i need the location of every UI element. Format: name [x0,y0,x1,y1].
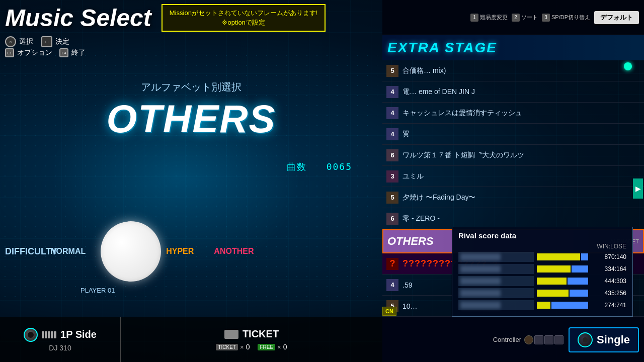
list-item[interactable]: 4 電… eme of DEN JIN J [382,81,644,103]
song-title: 夕焼け 〜Fading Day〜 [403,193,640,202]
btn1-label: 難易度変更 [480,14,508,21]
score-text-3: 444:303 [591,278,626,285]
list-item[interactable]: 5 夕焼け 〜Fading Day〜 [382,187,644,208]
ctrl-icon-2 [534,335,543,344]
song-title: ユミル [403,172,640,181]
difficulty-change-btn[interactable]: 1 難易度変更 [470,14,508,22]
option-control: E1 オプション E4 終了 [5,48,86,57]
song-title: キャッシュレスは愛情消すティッシュ [403,109,640,118]
list-item[interactable]: 5 合価格… mix) [382,60,644,81]
bar-yellow-2 [537,265,571,273]
song-num: 3 [386,170,398,183]
ticket-icon [224,330,238,339]
category-main: OTHERS [0,96,382,142]
rival-row-5: 274:741 [458,300,626,310]
score-text-2: 334:164 [591,265,626,273]
select-icon: ○ [5,36,16,47]
ticket-label: TICKET [243,328,279,340]
bar-blue-1 [581,253,588,260]
side-label: 1P Side [60,329,97,340]
rival-row-1: 870:140 [458,252,626,262]
end-key: E4 [59,48,68,57]
scroll-arrow[interactable]: ▶ [633,178,643,199]
extra-stage-text: EXTRA STAGE [387,40,497,56]
rival-score-popup: Rival score data WIN:LOSE 870:140 334:16… [452,227,633,317]
cn-badge: CN [382,307,396,316]
difficulty-circle[interactable] [101,221,161,282]
free-count-item: FREE × 0 [258,343,287,351]
keys-icon [42,331,56,338]
btn1-num: 1 [470,14,478,22]
single-button[interactable]: Single [569,327,639,352]
controller-row: Controller [493,335,564,344]
difficulty-normal: NORMAL [50,247,86,256]
rival-row-3: 444:303 [458,276,626,286]
warning-box: Missionがセットされていないフレームがあります! ※optionで設定 [162,4,326,32]
list-item[interactable]: 6 ワルツ第１７番 ト短調〝大犬のワルツ [382,145,644,166]
free-badge: FREE [258,344,275,350]
rival-bar-1 [537,253,588,260]
score-text-1: 870:140 [591,253,626,260]
list-item[interactable]: 4 翼 [382,124,644,145]
song-num: 4 [386,107,398,119]
rival-row-2: 334:164 [458,264,626,274]
single-label: Single [597,333,630,346]
list-item[interactable]: 4 キャッシュレスは愛情消すティッシュ [382,103,644,124]
end-label: 終了 [71,48,86,57]
spdp-btn[interactable]: 3 SP/DP切り替え [542,14,590,22]
bar-yellow-1 [537,253,580,260]
free-count-val: 0 [283,343,287,351]
rival-name-4 [458,288,534,298]
btn2-label: ソート [521,14,538,21]
song-title: 電… eme of DEN JIN J [403,87,640,97]
option-key: E1 [5,48,14,57]
bottom-bar: 1P Side DJ 310 TICKET TICKET × 0 FREE × … [0,317,382,362]
mystery-num: ? [386,258,398,270]
ticket-badge: TICKET [216,344,238,350]
btn2-num: 2 [512,14,520,22]
song-title: 零 - ZERO - [403,214,640,223]
rival-bar-3 [537,278,588,285]
side-top: 1P Side [24,328,97,342]
top-right-controls: 1 難易度変更 2 ソート 3 SP/DP切り替え デフォルト [382,0,644,35]
default-button[interactable]: デフォルト [594,11,639,24]
rival-title: Rival score data [458,231,626,240]
btn3-label: SP/DP切り替え [551,14,590,21]
bar-yellow-3 [537,278,567,285]
bottom-right: Controller Single [382,317,644,362]
sort-btn[interactable]: 2 ソート [512,14,538,22]
rival-row-4: 435:256 [458,288,626,298]
player-label: PLAYER 01 [80,287,115,294]
song-title: ワルツ第１７番 ト短調〝大犬のワルツ [403,151,640,160]
difficulty-area: DIFFICULTY NORMAL HYPER ANOTHER [0,221,382,282]
key2 [45,331,47,338]
song-num: 6 [386,213,398,225]
select-control: ○ 選択 □ 決定 [5,36,86,47]
dj-label: DJ 310 [49,344,71,352]
bar-yellow-4 [537,290,569,297]
song-num: 6 [386,149,398,161]
score-text-5: 274:741 [591,302,626,309]
key4 [51,331,53,338]
rival-header: WIN:LOSE [458,243,626,250]
key3 [48,331,50,338]
list-item[interactable]: 3 ユミル [382,166,644,187]
rival-name-3 [458,276,534,286]
ticket-count-item: TICKET × 0 [216,343,250,351]
song-num: 4 [386,86,398,98]
controller-icons [524,335,564,344]
cyan-dot-indicator [624,62,632,70]
list-item[interactable]: 6 零 - ZERO - [382,208,644,229]
ctrl-icon-4 [554,335,564,344]
song-title: 合価格… mix) [403,66,640,75]
side-panel: 1P Side DJ 310 [0,317,121,362]
rival-bar-5 [537,302,588,309]
song-title: 翼 [403,130,640,139]
difficulty-another: ANOTHER [214,247,254,256]
category-area: アルファベット別選択 OTHERS [0,80,382,142]
category-sub: アルファベット別選択 [0,80,382,94]
difficulty-hyper: HYPER [166,247,194,256]
extra-stage-banner: EXTRA STAGE [382,35,644,60]
controls-area: ○ 選択 □ 決定 E1 オプション E4 終了 [5,36,86,57]
key5 [54,331,56,338]
